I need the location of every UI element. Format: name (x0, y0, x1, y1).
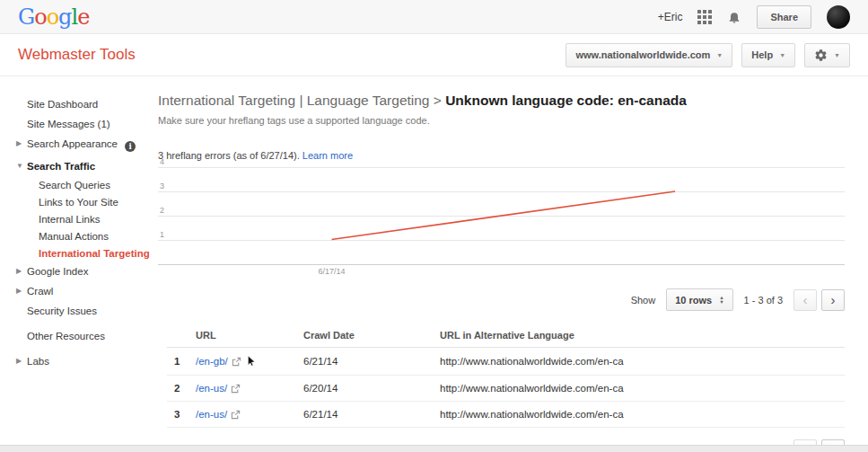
logo-letter: e (77, 4, 89, 30)
chevron-right-icon: ▶ (16, 139, 22, 147)
show-label: Show (631, 295, 656, 306)
x-axis-line (158, 264, 845, 265)
header-blank (167, 323, 189, 348)
sidebar-item-search-appearance[interactable]: ▶ Search Appearance i (27, 134, 158, 156)
topbar-actions: +Eric Share (658, 5, 850, 29)
alt-language-url: http://www.nationalworldwide.com/en-ca (433, 376, 845, 402)
hreflang-errors-chart: 4 3 2 1 6/17/14 (158, 167, 845, 264)
sidebar-item-label: Google Index (27, 266, 88, 277)
logo-letter: g (58, 4, 71, 30)
chart-line-svg (158, 167, 845, 264)
chevron-right-icon: ▶ (16, 287, 22, 295)
crawl-date: 6/20/14 (296, 376, 433, 402)
external-link-icon[interactable] (231, 410, 241, 420)
row-number: 1 (167, 348, 189, 376)
errors-summary-text: 3 hreflang errors (as of 6/27/14). (158, 150, 302, 161)
row-number: 3 (167, 402, 189, 428)
page-title: International Targeting | Language Targe… (158, 92, 845, 109)
external-link-icon[interactable] (232, 357, 241, 367)
chevron-down-icon: ▼ (716, 52, 723, 58)
errors-summary-line: 3 hreflang errors (as of 6/27/14). Learn… (158, 150, 845, 161)
sidebar-item-label: Manual Actions (39, 231, 109, 242)
hreflang-errors-table: URL Crawl Date URL in Alternative Langua… (167, 323, 845, 428)
sidebar-item-label: Search Appearance (27, 138, 118, 149)
table-header-row: URL Crawl Date URL in Alternative Langua… (167, 323, 845, 348)
url-link[interactable]: /en-us/ (196, 409, 227, 420)
updown-sort-icon: ▲▼ (719, 296, 723, 304)
help-dropdown[interactable]: Help ▼ (741, 43, 795, 67)
site-selector-label: www.nationalworldwide.com (575, 49, 710, 60)
chevron-down-icon: ▼ (779, 52, 785, 58)
sidebar-item-internal-links[interactable]: Internal Links (39, 210, 158, 227)
notifications-bell-icon[interactable] (727, 10, 741, 24)
sidebar-item-label: Internal Links (39, 214, 100, 225)
table-row: 1 /en-gb/ 6/21/14 http:/ (167, 348, 845, 376)
avatar[interactable] (827, 5, 850, 29)
main-content: International Targeting | Language Targe… (158, 77, 868, 452)
google-topbar: Google +Eric Share (0, 0, 868, 34)
sidebar-item-security-issues[interactable]: Security Issues (27, 301, 158, 321)
sidebar-item-crawl[interactable]: ▶ Crawl (27, 281, 158, 301)
rows-per-page-dropdown[interactable]: 10 rows ▲▼ (666, 288, 732, 311)
sidebar-item-links-to-your-site[interactable]: Links to Your Site (39, 193, 158, 210)
logo-letter: G (18, 4, 34, 30)
google-logo[interactable]: Google (18, 6, 89, 28)
settings-dropdown[interactable]: ▼ (804, 43, 850, 67)
sidebar-item-label: Crawl (27, 286, 53, 297)
row-number: 2 (167, 376, 189, 402)
apps-grid-icon[interactable] (697, 10, 712, 24)
webmaster-tools-page: Google +Eric Share Webmaster Tools www.n… (0, 0, 868, 452)
header-url: URL (189, 323, 296, 348)
share-button[interactable]: Share (757, 5, 811, 29)
sidebar-item-label: Other Resources (27, 331, 105, 341)
mouse-cursor-icon (247, 355, 257, 368)
table-row: 2 /en-us/ 6/20/14 http://www.nationalwor… (167, 376, 845, 402)
external-link-icon[interactable] (231, 384, 241, 394)
product-header: Webmaster Tools www.nationalworldwide.co… (0, 34, 868, 76)
info-icon[interactable]: i (125, 141, 136, 152)
sidebar-item-search-traffic[interactable]: ▼ Search Traffic (27, 156, 158, 176)
page-title-path: International Targeting | Language Targe… (158, 93, 445, 108)
table-controls: Show 10 rows ▲▼ 1 - 3 of 3 ‹ › (158, 288, 845, 311)
sidebar-item-site-messages[interactable]: Site Messages (1) (27, 114, 158, 134)
sidebar: Site Dashboard Site Messages (1) ▶ Searc… (0, 77, 158, 371)
footer-strip (0, 445, 868, 452)
rows-per-page-value: 10 rows (675, 295, 712, 306)
sidebar-item-label: Search Traffic (27, 161, 95, 172)
sidebar-item-other-resources[interactable]: Other Resources (27, 326, 158, 346)
site-selector-dropdown[interactable]: www.nationalworldwide.com ▼ (566, 43, 732, 67)
chevron-down-icon: ▼ (834, 52, 840, 58)
sidebar-item-google-index[interactable]: ▶ Google Index (27, 261, 158, 281)
chevron-right-icon: ▶ (16, 267, 22, 275)
alt-language-url: http://www.nationalworldwide.com/en-ca (433, 402, 845, 428)
sidebar-item-label: Links to Your Site (39, 197, 118, 208)
logo-letter: o (34, 4, 46, 30)
url-link[interactable]: /en-gb/ (196, 356, 228, 367)
sidebar-item-manual-actions[interactable]: Manual Actions (39, 227, 158, 244)
header-alt-url: URL in Alternative Language (433, 323, 845, 348)
product-title: Webmaster Tools (18, 46, 136, 64)
alt-language-url: http://www.nationalworldwide.com/en-ca (433, 348, 845, 376)
learn-more-link[interactable]: Learn more (302, 150, 353, 161)
sidebar-item-label: International Targeting (39, 248, 150, 259)
sidebar-item-label: Security Issues (27, 306, 97, 316)
chevron-down-icon: ▼ (16, 162, 23, 170)
sidebar-item-search-queries[interactable]: Search Queries (39, 176, 158, 193)
x-tick-label: 6/17/14 (319, 264, 346, 276)
y-tick-label: 4 (160, 157, 164, 166)
sidebar-item-label: Search Queries (39, 180, 110, 191)
next-page-button[interactable]: › (821, 289, 845, 311)
sidebar-item-labs[interactable]: ▶ Labs (27, 351, 158, 371)
sidebar-item-label: Labs (27, 356, 49, 367)
sidebar-item-site-dashboard[interactable]: Site Dashboard (27, 94, 158, 114)
table-row: 3 /en-us/ 6/21/14 http://www.nationalwor… (167, 402, 845, 428)
crawl-date: 6/21/14 (296, 348, 433, 376)
prev-page-button[interactable]: ‹ (793, 289, 817, 311)
sidebar-item-international-targeting[interactable]: International Targeting (39, 244, 158, 261)
errors-trend-line (332, 191, 676, 239)
pagination-range: 1 - 3 of 3 (744, 295, 783, 306)
sidebar-item-label: Site Messages (1) (27, 119, 110, 129)
url-link[interactable]: /en-us/ (196, 383, 227, 394)
crawl-date: 6/21/14 (296, 402, 433, 428)
profile-name-link[interactable]: +Eric (658, 11, 683, 23)
